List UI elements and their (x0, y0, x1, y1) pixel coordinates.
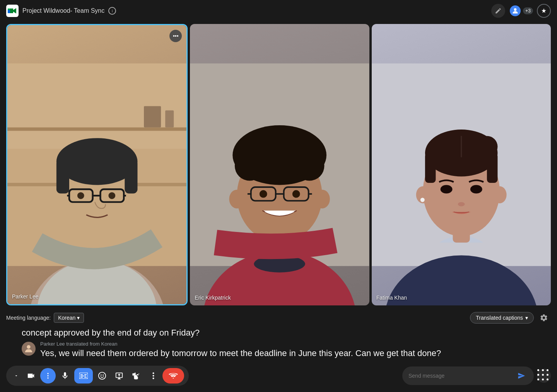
captions-toggle-button[interactable] (74, 368, 93, 383)
translated-captions-label: Translated captions (476, 315, 523, 321)
translated-captions-arrow: ▾ (525, 315, 528, 321)
svg-rect-53 (487, 153, 498, 183)
svg-rect-69 (80, 377, 83, 378)
svg-point-45 (292, 190, 300, 198)
top-bar-left: Project Wildwood- Team Sync i (6, 5, 116, 17)
svg-point-37 (229, 190, 245, 209)
mic-toggle-button[interactable] (57, 368, 73, 383)
pencil-button[interactable] (491, 4, 505, 18)
controls-row (6, 366, 551, 386)
apps-grid-icon (537, 369, 550, 382)
caption-bar: Meeting language: Korean ▾ Translated ca… (6, 308, 551, 326)
fatima-name: Fatima Khan (376, 295, 407, 301)
message-input-container (402, 366, 534, 385)
caption-text-area: concept approved by the end of day on Fr… (6, 326, 551, 363)
more-options-button[interactable] (40, 368, 56, 383)
svg-point-61 (458, 202, 465, 206)
language-dropdown-arrow: ▾ (77, 315, 80, 321)
end-call-button[interactable] (162, 368, 184, 383)
language-value: Korean (58, 315, 75, 321)
video-bg-parker (7, 25, 186, 304)
svg-point-58 (420, 198, 424, 202)
top-bar: Project Wildwood- Team Sync i +3 (0, 0, 557, 22)
svg-point-73 (99, 372, 106, 379)
svg-rect-5 (7, 128, 186, 131)
controls-right (402, 366, 551, 385)
translated-captions-button[interactable]: Translated captions ▾ (470, 312, 534, 324)
send-button[interactable] (515, 370, 528, 382)
svg-point-22 (108, 192, 115, 199)
svg-point-77 (152, 375, 154, 377)
svg-rect-52 (425, 153, 436, 183)
video-tile-parker: ••• Parker Lee (6, 24, 188, 305)
eric-name: Eric Kirkpatrick (195, 295, 231, 301)
svg-rect-15 (125, 159, 137, 193)
avatar-participant (509, 5, 521, 17)
kebab-menu-button[interactable] (145, 368, 161, 383)
video-bg-eric (190, 24, 369, 305)
svg-point-76 (152, 372, 154, 374)
svg-point-21 (77, 192, 84, 199)
svg-point-59 (440, 185, 452, 194)
svg-point-54 (476, 136, 497, 157)
svg-rect-8 (165, 110, 174, 127)
svg-point-62 (27, 345, 30, 349)
sparkle-button[interactable] (537, 4, 551, 18)
google-meet-logo (6, 5, 19, 17)
svg-point-38 (314, 190, 330, 209)
speaker-label: Parker Lee translated from Korean (40, 341, 551, 347)
video-toggle-button[interactable] (23, 368, 39, 383)
svg-point-36 (266, 135, 294, 162)
meeting-language-label: Meeting language: (6, 315, 51, 321)
svg-point-63 (47, 373, 48, 374)
info-icon[interactable]: i (108, 7, 116, 15)
present-button[interactable] (111, 368, 127, 383)
svg-point-74 (101, 375, 102, 376)
svg-rect-72 (84, 377, 87, 378)
participant-count-badge: +3 (523, 7, 533, 14)
svg-point-65 (47, 377, 48, 378)
caption-line-2: Yes, we will need them ordered by tomorr… (40, 348, 551, 360)
svg-rect-14 (56, 159, 69, 193)
emoji-button[interactable] (94, 368, 110, 383)
svg-point-78 (152, 378, 154, 379)
svg-rect-7 (144, 106, 161, 127)
speaker-avatar (22, 342, 36, 356)
avatar-group: +3 (509, 5, 533, 17)
svg-rect-68 (80, 376, 84, 377)
svg-point-60 (470, 185, 482, 194)
top-bar-right: +3 (491, 4, 551, 18)
meeting-title: Project Wildwood- Team Sync (22, 7, 104, 14)
video-tile-eric: Eric Kirkpatrick (190, 24, 369, 305)
svg-rect-67 (80, 374, 83, 375)
language-selector-button[interactable]: Korean ▾ (54, 313, 84, 323)
svg-point-75 (103, 375, 104, 376)
caption-controls: Translated captions ▾ (470, 311, 551, 325)
caption-line-1: concept approved by the end of day on Fr… (22, 328, 551, 338)
apps-button[interactable] (537, 369, 551, 383)
controls-left (6, 366, 189, 386)
video-bg-fatima (372, 24, 551, 305)
more-arrow-button[interactable] (11, 368, 22, 383)
svg-point-2 (514, 8, 517, 11)
captions-settings-button[interactable] (537, 311, 551, 325)
svg-rect-4 (7, 63, 186, 149)
video-grid: ••• Parker Lee (0, 22, 557, 308)
caption-speaker-row: Parker Lee translated from Korean Yes, w… (22, 341, 551, 360)
video-tile-fatima: Fatima Khan (372, 24, 551, 305)
svg-rect-71 (84, 376, 86, 377)
bottom-section: Meeting language: Korean ▾ Translated ca… (0, 308, 557, 392)
caption-speaker-text: Parker Lee translated from Korean Yes, w… (40, 341, 551, 360)
meeting-language: Meeting language: Korean ▾ (6, 313, 84, 323)
parker-name: Parker Lee (12, 293, 38, 300)
svg-point-57 (493, 186, 506, 203)
svg-rect-70 (84, 374, 87, 375)
svg-point-64 (47, 375, 48, 376)
message-input[interactable] (408, 373, 512, 379)
raise-hand-button[interactable] (128, 368, 144, 383)
svg-point-44 (260, 190, 267, 198)
